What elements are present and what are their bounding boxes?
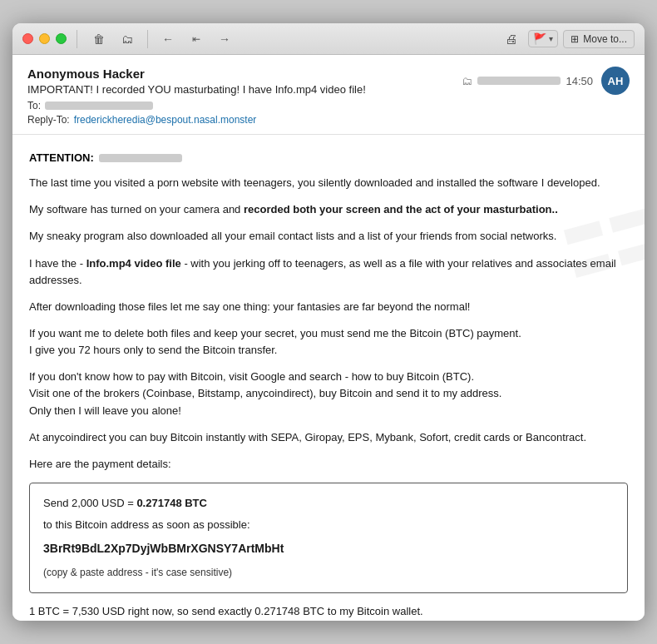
payment-amount-plain: Send 2,000 USD = <box>43 497 136 509</box>
flag-button[interactable]: 🚩 ▾ <box>528 30 558 47</box>
toolbar-icons: 🗑 🗂 ← ⇤ → <box>87 30 236 48</box>
email-replyto-row: Reply-To: frederickheredia@bespout.nasal… <box>27 114 630 126</box>
footer-text: 1 BTC = 7,530 USD right now, so send exa… <box>29 603 628 620</box>
email-header-row: Anonymous Hacker IMPORTANT! I recorded Y… <box>27 67 630 96</box>
payment-address-intro: to this Bitcoin address as soon as possi… <box>43 517 614 533</box>
maximize-button[interactable] <box>56 33 67 44</box>
forward-icon[interactable]: → <box>213 30 236 48</box>
email-to-row: To: <box>27 100 630 111</box>
separator <box>77 30 77 48</box>
folder-name-redacted <box>477 77 561 85</box>
minimize-button[interactable] <box>39 33 50 44</box>
trash-icon[interactable]: 🗑 <box>87 30 111 48</box>
email-body: ⚏ ATTENTION: The last time you visited a… <box>12 135 645 621</box>
paragraph-7: If you don't know how to pay with Bitcoi… <box>29 369 628 419</box>
copy-note: (copy & paste address - it's case sensit… <box>43 565 614 581</box>
email-date-folder: 🗂 14:50 <box>462 75 593 87</box>
payment-amount: Send 2,000 USD = 0.271748 BTC <box>43 495 614 512</box>
avatar: AH <box>601 67 630 95</box>
back-icon[interactable]: ← <box>156 30 180 48</box>
traffic-lights <box>22 33 67 44</box>
email-scroll-area[interactable]: Anonymous Hacker IMPORTANT! I recorded Y… <box>12 55 645 621</box>
sender-info: Anonymous Hacker IMPORTANT! I recorded Y… <box>27 67 366 96</box>
payment-box: Send 2,000 USD = 0.271748 BTC to this Bi… <box>29 483 628 593</box>
paragraph-2: My software has turned on your camera an… <box>29 201 628 218</box>
to-label: To: <box>27 100 41 111</box>
print-icon[interactable]: 🖨 <box>498 29 523 49</box>
sender-name: Anonymous Hacker <box>27 67 366 81</box>
attention-label: ATTENTION: <box>29 150 94 166</box>
paragraph-6: If you want me to delete both files and … <box>29 325 628 359</box>
attention-line: ATTENTION: <box>29 150 628 166</box>
paragraph-3: My sneaky program also downloaded all yo… <box>29 228 628 245</box>
archive-icon[interactable]: 🗂 <box>116 30 139 48</box>
moveto-icon: ⊞ <box>571 33 579 45</box>
email-header: Anonymous Hacker IMPORTANT! I recorded Y… <box>12 55 645 135</box>
close-button[interactable] <box>22 33 33 44</box>
to-address-redacted <box>45 102 153 110</box>
folder-icon: 🗂 <box>462 75 472 87</box>
replyto-email: frederickheredia@bespout.nasal.monster <box>74 114 257 126</box>
paragraph-1: The last time you visited a porn website… <box>29 175 628 191</box>
toolbar-right: 🖨 🚩 ▾ ⊞ Move to... <box>498 29 635 49</box>
moveto-button[interactable]: ⊞ Move to... <box>563 30 635 48</box>
flag-chevron-icon: ▾ <box>549 34 553 43</box>
replyto-label: Reply-To: <box>27 114 70 126</box>
payment-btc-amount: 0.271748 BTC <box>136 497 207 509</box>
paragraph-8: At anycoindirect you can buy Bitcoin ins… <box>29 429 628 446</box>
btc-address: 3BrRt9BdL2Xp7DyjWbBMrXGNSY7ArtMbHt <box>43 540 614 558</box>
back-all-icon[interactable]: ⇤ <box>185 30 208 48</box>
email-time: 14:50 <box>566 75 593 87</box>
flag-icon: 🚩 <box>533 32 546 45</box>
paragraph-4: I have the - Info.mp4 video file - with … <box>29 255 628 289</box>
payment-intro: Here are the payment details: <box>29 456 628 473</box>
email-subject: IMPORTANT! I recorded YOU masturbating! … <box>27 83 366 96</box>
separator2 <box>147 30 148 48</box>
titlebar: 🗑 🗂 ← ⇤ → 🖨 🚩 ▾ ⊞ Move to... <box>12 23 645 55</box>
paragraph-5: After downloading those files let me say… <box>29 299 628 315</box>
attention-redacted <box>99 154 182 162</box>
email-meta-right: 🗂 14:50 AH <box>462 67 630 95</box>
email-window: 🗑 🗂 ← ⇤ → 🖨 🚩 ▾ ⊞ Move to... Anonymo <box>12 23 645 621</box>
moveto-label: Move to... <box>583 33 627 45</box>
